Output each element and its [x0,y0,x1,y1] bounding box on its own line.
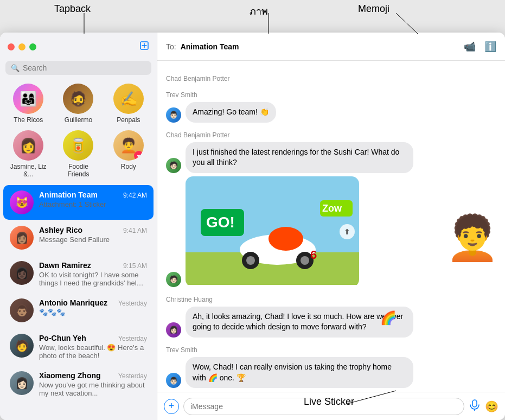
conv-time-antonio: Yesterday [118,300,147,307]
pinned-name-ricos: The Ricos [14,116,43,124]
pinned-contact-penpals[interactable]: ✍️Penpals [106,81,151,126]
conv-preview-xiao: Now you've got me thinking about my next… [39,381,147,397]
search-bar[interactable]: 🔍 [5,61,151,75]
conv-content: Animation Team9:42 AMAttachment: 1 Stick… [39,190,147,208]
pinned-contact-jasmine[interactable]: 👩Jasmine, Liz &... [6,128,50,180]
conv-name-ashley: Ashley Rico [39,226,82,234]
pinned-contact-rody[interactable]: 🧑‍🦱♥Rody [106,128,151,180]
message-row: 👨🏻Wow, Chad! I can really envision us ta… [166,357,496,388]
search-input[interactable] [23,63,146,72]
conv-content: Xiaomeng ZhongYesterdayNow you've got me… [39,371,147,397]
pinned-name-guillermo: Guillermo [65,116,92,124]
audio-record-button[interactable] [469,399,481,413]
pinned-contact-guillermo[interactable]: 🧔Guillermo [56,81,100,126]
close-button[interactable] [8,43,15,50]
sender-label: Christine Huang [166,296,496,303]
conv-avatar-ashley: 👩🏽 [10,226,34,250]
compose-button[interactable] [139,41,149,53]
minimize-button[interactable] [18,43,25,50]
conv-preview-antonio: 🐾🐾🐾 [39,308,147,316]
svg-point-8 [269,227,303,251]
chat-panel: To: Animation Team 📹 ℹ️ Chad Benjamin Po… [157,33,505,420]
svg-text:6: 6 [310,248,317,262]
pinned-contacts: 👨‍👩‍👧The Ricos🧔Guillermo✍️Penpals👩Jasmin… [0,79,157,184]
sushi-car-media[interactable]: 6GO!Zow⬆ [186,176,359,287]
conversation-item-ashley[interactable]: 👩🏽Ashley Rico9:41 AMMessage Send Failure [3,220,154,255]
svg-point-10 [246,256,255,265]
messages-area: Chad Benjamin Potter 🧑‍🦱 🌈 Trev Smith👨🏻A… [157,61,505,392]
header-actions: 📹 ℹ️ [464,41,496,53]
info-icon[interactable]: ℹ️ [484,41,496,53]
message-bubble: I just finished the latest renderings fo… [186,142,413,173]
sidebar: 🔍 👨‍👩‍👧The Ricos🧔Guillermo✍️Penpals👩Jasm… [0,33,157,420]
rainbow-emoji: 🌈 [380,310,397,326]
pinned-name-jasmine: Jasmine, Liz &... [8,163,48,178]
svg-text:Zow: Zow [322,203,342,214]
pinned-name-penpals: Penpals [117,116,140,124]
message-bubble: Ah, it looks amazing, Chad! I love it so… [186,307,413,338]
emoji-button[interactable]: 😊 [485,400,498,413]
video-call-icon[interactable]: 📹 [464,41,476,53]
pinned-name-rody: Rody [121,163,136,170]
conversation-item-xiao[interactable]: 👩🏻Xiaomeng ZhongYesterdayNow you've got … [3,366,154,403]
chat-header: To: Animation Team 📹 ℹ️ [157,33,505,61]
svg-line-2 [396,13,418,34]
annotation-tapback: Tapback [54,3,91,15]
sidebar-titlebar [0,33,157,61]
conv-avatar-antonio: 👨🏽 [10,298,34,322]
conv-name-dawn: Dawn Ramirez [39,261,91,270]
conv-preview-ashley: Message Send Failure [39,236,147,244]
sushi-car-image: 6GO!Zow [186,176,359,285]
message-bubble: Amazing! Go team! 👏 [186,102,276,123]
sender-label: Chad Benjamin Potter [166,75,496,82]
pinned-name-foodie: Foodie Friends [58,163,98,178]
sender-label: Trev Smith [166,91,496,99]
add-attachment-button[interactable]: + [164,399,179,414]
message-row: 👨🏻Amazing! Go team! 👏 [166,102,496,123]
pinned-avatar-guillermo: 🧔 [63,84,93,114]
pinned-avatar-ricos: 👨‍👩‍👧 [13,84,43,114]
search-icon: 🔍 [11,64,20,72]
maximize-button[interactable] [29,43,36,50]
svg-text:GO!: GO! [206,214,235,231]
msg-avatar: 👨🏻 [166,373,181,388]
conv-time-ashley: 9:41 AM [123,227,147,234]
conv-avatar-anim: 😻 [10,190,34,214]
conv-content: Po-Chun YehYesterdayWow, looks beautiful… [39,334,147,360]
msg-avatar: 🧑🏻 [166,158,181,173]
traffic-lights [8,43,36,50]
pinned-avatar-penpals: ✍️ [113,84,144,114]
conv-avatar-xiao: 👩🏻 [10,371,34,395]
conversation-item-anim[interactable]: 😻Animation Team9:42 AMAttachment: 1 Stic… [3,185,154,220]
msg-avatar: 👨🏻 [166,107,181,123]
message-row: 👩🏻Ah, it looks amazing, Chad! I love it … [166,307,496,338]
conv-content: Ashley Rico9:41 AMMessage Send Failure [39,226,147,244]
conv-content: Dawn Ramirez9:15 AMOK to visit tonight? … [39,261,147,287]
conv-preview-dawn: OK to visit tonight? I have some things … [39,271,147,287]
group-name: Animation Team [181,42,239,51]
conv-time-dawn: 9:15 AM [123,262,147,270]
svg-rect-18 [472,400,477,407]
msg-avatar: 👩🏻 [166,322,181,338]
annotation-memoji: Memoji [358,3,389,15]
sender-label: Chad Benjamin Potter [166,131,496,139]
pinned-avatar-foodie: 🥫 [63,130,93,161]
annotation-live-sticker: Live Sticker [304,396,354,408]
app-window: 🔍 👨‍👩‍👧The Ricos🧔Guillermo✍️Penpals👩Jasm… [0,33,505,420]
conversation-item-antonio[interactable]: 👨🏽Antonio ManriquezYesterday🐾🐾🐾 [3,293,154,328]
pinned-contact-foodie[interactable]: 🥫Foodie Friends [56,128,100,180]
message-bubble: Wow, Chad! I can really envision us taki… [186,357,413,388]
conv-name-anim: Animation Team [39,190,98,199]
heart-badge: ♥ [134,151,144,161]
conversation-item-pochun[interactable]: 🧑Po-Chun YehYesterdayWow, looks beautifu… [3,328,154,365]
pinned-contact-ricos[interactable]: 👨‍👩‍👧The Ricos [6,81,50,126]
share-media-button[interactable]: ⬆ [340,224,355,239]
svg-point-12 [301,256,309,265]
conv-time-pochun: Yesterday [118,335,147,342]
conversation-item-dawn[interactable]: 👩🏿Dawn Ramirez9:15 AMOK to visit tonight… [3,256,154,292]
conv-avatar-dawn: 👩🏿 [10,261,34,285]
conversation-list: 😻Animation Team9:42 AMAttachment: 1 Stic… [0,184,157,420]
pinned-avatar-jasmine: 👩 [13,130,43,161]
conv-time-anim: 9:42 AM [123,192,147,199]
conv-name-antonio: Antonio Manriquez [39,298,107,307]
